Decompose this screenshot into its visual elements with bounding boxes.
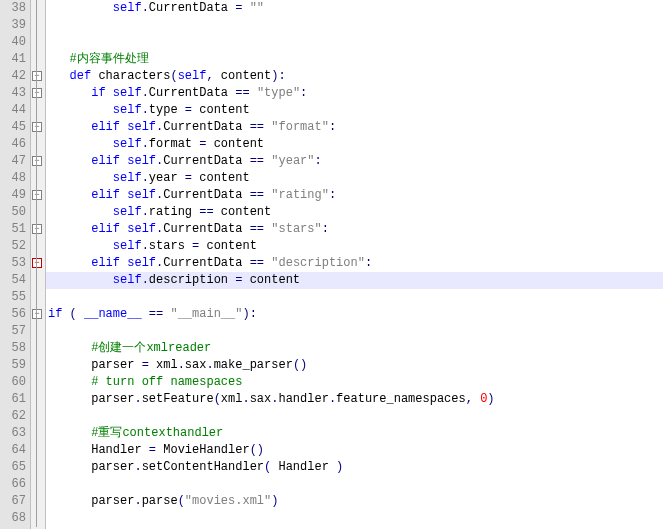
token-str: "" — [250, 1, 264, 15]
code-line[interactable]: elif self.CurrentData == "description": — [46, 255, 663, 272]
token-kw: self — [127, 188, 156, 202]
code-line[interactable] — [46, 289, 663, 306]
token-str: "year" — [271, 154, 314, 168]
code-line[interactable]: elif self.CurrentData == "year": — [46, 153, 663, 170]
token-plain: parser — [48, 460, 134, 474]
token-op: = — [142, 358, 149, 372]
token-plain: Handler — [271, 460, 336, 474]
token-plain — [48, 86, 91, 100]
token-plain: CurrentData — [163, 222, 249, 236]
token-plain — [48, 154, 91, 168]
code-line[interactable]: parser.setFeature(xml.sax.handler.featur… — [46, 391, 663, 408]
token-op: ) — [487, 392, 494, 406]
code-line[interactable]: self.CurrentData = "" — [46, 0, 663, 17]
token-op: = — [185, 171, 192, 185]
token-plain — [48, 239, 113, 253]
code-line[interactable] — [46, 323, 663, 340]
token-str: "type" — [257, 86, 300, 100]
token-op: : — [365, 256, 372, 270]
code-line[interactable]: self.format = content — [46, 136, 663, 153]
code-line[interactable]: self.rating == content — [46, 204, 663, 221]
code-line[interactable]: elif self.CurrentData == "rating": — [46, 187, 663, 204]
token-op: . — [142, 86, 149, 100]
fold-toggle-icon[interactable]: − — [32, 309, 42, 319]
code-line[interactable]: self.description = content — [46, 272, 663, 289]
fold-toggle-icon[interactable]: − — [32, 190, 42, 200]
line-number: 58 — [6, 340, 26, 357]
code-line[interactable]: self.stars = content — [46, 238, 663, 255]
token-plain: CurrentData — [163, 154, 249, 168]
token-kw: self — [178, 69, 207, 83]
token-kw: elif — [91, 120, 120, 134]
token-op: == — [250, 222, 264, 236]
fold-toggle-icon[interactable]: − — [32, 122, 42, 132]
line-number: 52 — [6, 238, 26, 255]
code-line[interactable] — [46, 17, 663, 34]
code-line[interactable] — [46, 408, 663, 425]
token-kw: if — [91, 86, 105, 100]
line-number: 63 — [6, 425, 26, 442]
token-kw: def — [70, 69, 92, 83]
token-kw: elif — [91, 154, 120, 168]
code-line[interactable] — [46, 476, 663, 493]
code-line[interactable]: if ( __name__ == "__main__"): — [46, 306, 663, 323]
token-op: . — [142, 171, 149, 185]
line-number: 65 — [6, 459, 26, 476]
code-line[interactable]: #创建一个xmlreader — [46, 340, 663, 357]
code-line[interactable]: self.year = content — [46, 170, 663, 187]
code-line[interactable]: #重写contexthandler — [46, 425, 663, 442]
line-number: 44 — [6, 102, 26, 119]
token-op: == — [250, 256, 264, 270]
code-line[interactable] — [46, 510, 663, 527]
fold-toggle-icon[interactable]: − — [32, 88, 42, 98]
token-str: "stars" — [271, 222, 321, 236]
token-plain: rating — [149, 205, 199, 219]
line-number: 45 — [6, 119, 26, 136]
token-plain: content — [192, 103, 250, 117]
token-kw: self — [127, 154, 156, 168]
code-line[interactable] — [46, 34, 663, 51]
line-number: 59 — [6, 357, 26, 374]
token-str: "rating" — [271, 188, 329, 202]
token-kw: self — [127, 222, 156, 236]
fold-toggle-icon[interactable]: − — [32, 224, 42, 234]
line-number: 55 — [6, 289, 26, 306]
fold-toggle-icon[interactable]: − — [32, 71, 42, 81]
line-number: 38 — [6, 0, 26, 17]
token-plain — [48, 188, 91, 202]
line-number: 60 — [6, 374, 26, 391]
code-line[interactable]: self.type = content — [46, 102, 663, 119]
code-line[interactable]: parser.setContentHandler( Handler ) — [46, 459, 663, 476]
code-line[interactable]: # turn off namespaces — [46, 374, 663, 391]
fold-column: −−−−−−−− — [31, 0, 46, 529]
token-kw: self — [113, 171, 142, 185]
token-op: : — [315, 154, 322, 168]
code-line[interactable]: parser = xml.sax.make_parser() — [46, 357, 663, 374]
fold-toggle-icon[interactable]: − — [32, 156, 42, 166]
line-number: 61 — [6, 391, 26, 408]
line-number: 51 — [6, 221, 26, 238]
token-op: ) — [300, 358, 307, 372]
token-plain: sax — [250, 392, 272, 406]
line-number: 49 — [6, 187, 26, 204]
code-line[interactable]: def characters(self, content): — [46, 68, 663, 85]
token-str: "description" — [271, 256, 365, 270]
token-op: ) — [242, 307, 249, 321]
line-number: 41 — [6, 51, 26, 68]
token-plain: content — [214, 205, 272, 219]
token-op: : — [329, 188, 336, 202]
code-line[interactable]: if self.CurrentData == "type": — [46, 85, 663, 102]
code-line[interactable]: elif self.CurrentData == "format": — [46, 119, 663, 136]
code-line[interactable]: #内容事件处理 — [46, 51, 663, 68]
code-line[interactable]: parser.parse("movies.xml") — [46, 493, 663, 510]
token-str: "__main__" — [170, 307, 242, 321]
token-plain: content — [214, 69, 272, 83]
code-line[interactable]: elif self.CurrentData == "stars": — [46, 221, 663, 238]
token-plain — [62, 307, 69, 321]
token-plain — [48, 52, 70, 66]
code-area[interactable]: self.CurrentData = "" #内容事件处理 def charac… — [46, 0, 663, 529]
code-line[interactable]: Handler = MovieHandler() — [46, 442, 663, 459]
fold-toggle-icon[interactable]: − — [32, 258, 42, 268]
token-plain: MovieHandler — [156, 443, 250, 457]
token-op: . — [134, 460, 141, 474]
